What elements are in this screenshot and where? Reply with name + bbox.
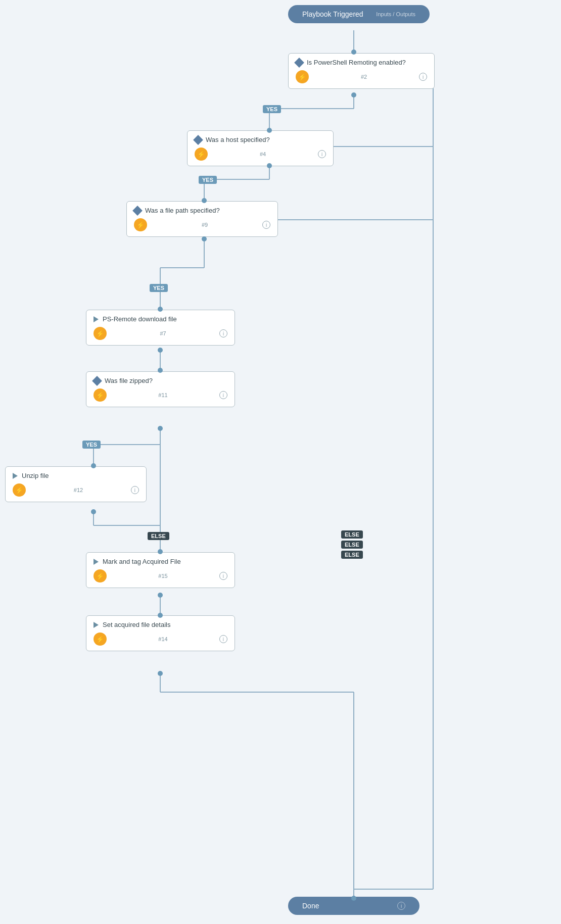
conn-dot-13 (158, 549, 163, 554)
node-15[interactable]: Mark and tag Acquired File ⚡ #15 i (86, 552, 235, 588)
condition-icon-4 (193, 135, 203, 145)
node-7[interactable]: PS-Remote download file ⚡ #7 i (86, 310, 235, 346)
flow-canvas: Playbook Triggered Inputs / Outputs Is P… (0, 0, 561, 924)
conn-dot-11 (91, 463, 96, 468)
conn-dot-4 (267, 163, 272, 168)
else-badge-2: ELSE (341, 530, 363, 539)
lightning-icon-7: ⚡ (93, 327, 107, 340)
trigger-node[interactable]: Playbook Triggered Inputs / Outputs (288, 5, 430, 23)
yes-badge-4: YES (82, 441, 101, 449)
node-15-footer: ⚡ #15 i (93, 569, 227, 582)
condition-icon-2 (294, 58, 304, 68)
yes-badge-3: YES (150, 284, 168, 292)
else-badge-main: ELSE (148, 532, 169, 540)
info-icon-15[interactable]: i (219, 572, 227, 580)
node-9-footer: ⚡ #9 i (134, 218, 270, 231)
node-2-title: Is PowerShell Remoting enabled? (296, 59, 427, 66)
node-2[interactable]: Is PowerShell Remoting enabled? ⚡ #2 i (288, 53, 435, 89)
condition-icon-9 (132, 206, 143, 216)
conn-dot-7 (158, 307, 163, 312)
node-2-footer: ⚡ #2 i (296, 70, 427, 83)
lightning-icon-15: ⚡ (93, 569, 107, 582)
action-icon-7 (93, 316, 99, 322)
node-14-footer: ⚡ #14 i (93, 633, 227, 646)
conn-dot-3 (267, 128, 272, 133)
conn-dot-12 (91, 509, 96, 514)
info-icon-done[interactable]: i (397, 902, 405, 910)
info-icon-11[interactable]: i (219, 391, 227, 399)
conn-dot-5 (202, 198, 207, 203)
node-12[interactable]: Unzip file ⚡ #12 i (5, 466, 147, 502)
lightning-icon-14: ⚡ (93, 633, 107, 646)
conn-dot-10 (158, 426, 163, 431)
node-4[interactable]: Was a host specified? ⚡ #4 i (187, 130, 334, 166)
conn-dot-8 (158, 348, 163, 353)
node-15-title: Mark and tag Acquired File (93, 558, 227, 565)
conn-dot-6 (202, 236, 207, 241)
conn-dot-9 (158, 368, 163, 373)
lightning-icon-12: ⚡ (13, 483, 26, 497)
node-14[interactable]: Set acquired file details ⚡ #14 i (86, 615, 235, 651)
info-icon-12[interactable]: i (131, 486, 139, 494)
node-11[interactable]: Was file zipped? ⚡ #11 i (86, 371, 235, 407)
conn-dot-15 (158, 613, 163, 618)
trigger-label: Playbook Triggered (302, 10, 363, 18)
yes-badge-2: YES (199, 176, 217, 184)
lightning-icon-4: ⚡ (195, 148, 208, 161)
node-11-title: Was file zipped? (93, 377, 227, 384)
info-icon-4[interactable]: i (318, 150, 326, 158)
node-11-footer: ⚡ #11 i (93, 388, 227, 402)
node-4-footer: ⚡ #4 i (195, 148, 326, 161)
yes-badge-1: YES (263, 105, 281, 113)
action-icon-15 (93, 559, 99, 565)
conn-dot-14 (158, 593, 163, 598)
condition-icon-11 (92, 376, 102, 386)
node-9[interactable]: Was a file path specified? ⚡ #9 i (126, 201, 278, 237)
node-14-title: Set acquired file details (93, 621, 227, 628)
conn-dot-1 (351, 50, 356, 55)
else-badge-4: ELSE (341, 551, 363, 559)
inputs-outputs-link[interactable]: Inputs / Outputs (376, 11, 415, 17)
conn-dot-done (351, 896, 356, 901)
lightning-icon-9: ⚡ (134, 218, 147, 231)
info-icon-2[interactable]: i (419, 73, 427, 81)
lightning-icon-11: ⚡ (93, 388, 107, 402)
done-label: Done (302, 902, 319, 910)
node-7-footer: ⚡ #7 i (93, 327, 227, 340)
lightning-icon-2: ⚡ (296, 70, 309, 83)
conn-dot-16 (158, 671, 163, 676)
node-12-footer: ⚡ #12 i (13, 483, 139, 497)
node-4-title: Was a host specified? (195, 136, 326, 143)
action-icon-14 (93, 622, 99, 628)
node-9-title: Was a file path specified? (134, 207, 270, 214)
info-icon-7[interactable]: i (219, 329, 227, 337)
else-badge-3: ELSE (341, 541, 363, 549)
conn-dot-2 (351, 92, 356, 98)
info-icon-14[interactable]: i (219, 635, 227, 643)
node-12-title: Unzip file (13, 472, 139, 479)
node-7-title: PS-Remote download file (93, 315, 227, 323)
info-icon-9[interactable]: i (262, 221, 270, 229)
action-icon-12 (13, 473, 18, 479)
